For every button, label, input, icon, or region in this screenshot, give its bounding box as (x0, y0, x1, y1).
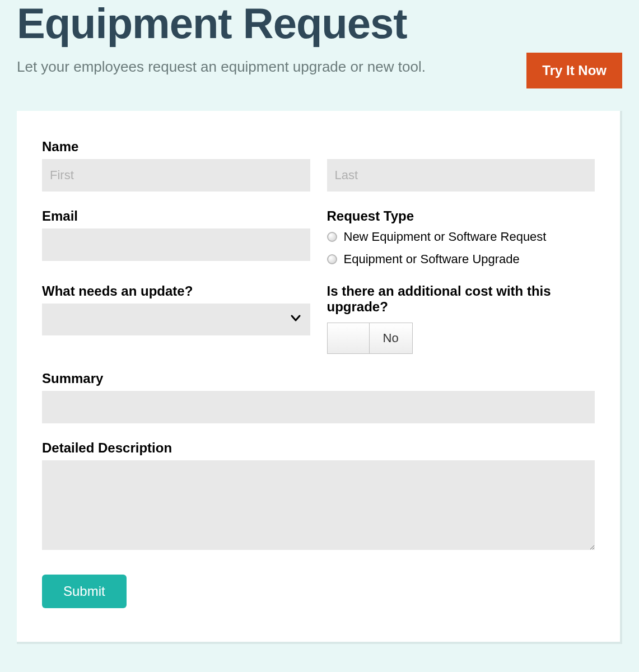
additional-cost-group: Is there an additional cost with this up… (327, 283, 595, 354)
description-group: Detailed Description (42, 440, 595, 552)
update-target-label: What needs an update? (42, 283, 310, 299)
update-target-group: What needs an update? (42, 283, 310, 354)
request-type-option-new[interactable]: New Equipment or Software Request (327, 230, 595, 244)
additional-cost-label: Is there an additional cost with this up… (327, 283, 595, 315)
try-it-now-button[interactable]: Try It Now (526, 53, 622, 88)
email-field-group: Email (42, 208, 310, 267)
page-subtitle: Let your employees request an equipment … (17, 58, 426, 76)
summary-label: Summary (42, 371, 595, 386)
radio-label-upgrade: Equipment or Software Upgrade (344, 252, 520, 267)
header-row: Let your employees request an equipment … (17, 58, 622, 88)
description-label: Detailed Description (42, 440, 595, 456)
toggle-yes-side (328, 323, 370, 353)
request-type-group: Request Type New Equipment or Software R… (327, 208, 595, 267)
request-type-option-upgrade[interactable]: Equipment or Software Upgrade (327, 252, 595, 267)
toggle-no-side: No (370, 323, 412, 353)
additional-cost-toggle[interactable]: No (327, 323, 413, 354)
summary-group: Summary (42, 371, 595, 423)
first-name-input[interactable] (42, 159, 310, 192)
name-label: Name (42, 139, 595, 155)
page-title: Equipment Request (17, 0, 622, 47)
request-type-label: Request Type (327, 208, 595, 224)
email-label: Email (42, 208, 310, 224)
submit-button[interactable]: Submit (42, 575, 127, 608)
description-textarea[interactable] (42, 460, 595, 550)
email-input[interactable] (42, 228, 310, 261)
summary-input[interactable] (42, 391, 595, 423)
form-card: Name Email Request Type New Equipment or… (17, 111, 622, 644)
update-target-select[interactable] (42, 304, 310, 335)
last-name-input[interactable] (327, 159, 595, 192)
name-field-group: Name (42, 139, 595, 192)
radio-icon (327, 232, 337, 242)
radio-label-new: New Equipment or Software Request (344, 230, 547, 244)
radio-icon (327, 254, 337, 264)
